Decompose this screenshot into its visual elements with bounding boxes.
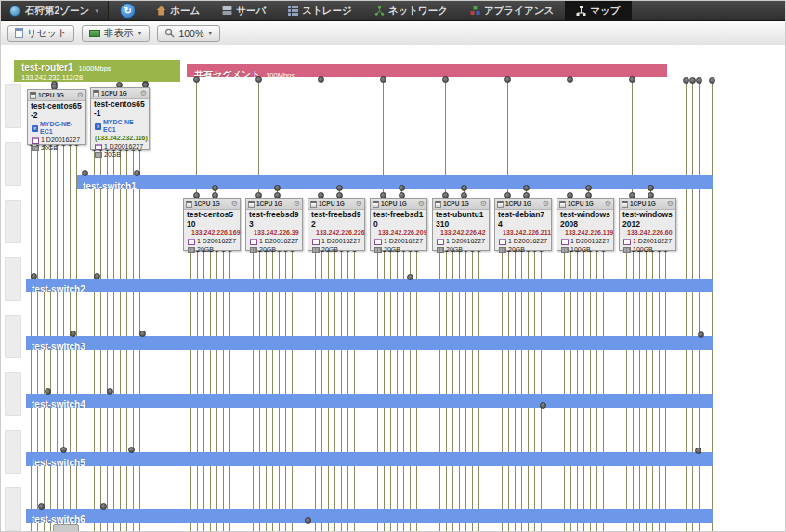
- storage-size-icon: [32, 146, 39, 151]
- server-node-header: 1CPU 1G⚙: [620, 199, 675, 210]
- server-node-header: 1CPU 1G⚙: [495, 199, 551, 210]
- segment-name: 共有セグメント: [194, 70, 260, 77]
- router-name: test-router1: [21, 62, 73, 72]
- server-spec-badge: 1CPU 1G: [256, 201, 292, 207]
- nic-link[interactable]: MYDC-NE-EC1: [103, 119, 146, 134]
- server-node[interactable]: 1CPU 1G⚙test-freebsd93133.242.226.391 D2…: [245, 198, 303, 251]
- disk-id: 1 D20016227: [321, 238, 360, 245]
- switch-bar[interactable]: test-switch4: [26, 394, 713, 408]
- server-node[interactable]: 1CPU 1G⚙test-centos65-2✕MYDC-NE-EC11 D20…: [27, 89, 86, 145]
- switch-bar[interactable]: test-switch1: [77, 175, 713, 189]
- network-map-canvas[interactable]: test-router11000Mbps133.242.232.112/28共有…: [1, 45, 786, 532]
- home-icon: [156, 6, 166, 16]
- network-cable: [315, 251, 316, 532]
- reset-button[interactable]: リセット: [7, 25, 74, 42]
- nav-item-map[interactable]: マップ: [565, 1, 631, 20]
- server-spec-badge: 1CPU 1G: [194, 201, 229, 207]
- server-ip: 133.242.226.226: [308, 228, 364, 237]
- gear-icon[interactable]: ⚙: [231, 201, 238, 208]
- port-dot: [442, 76, 449, 83]
- gear-icon[interactable]: ⚙: [77, 92, 84, 99]
- switch-bar[interactable]: test-switch3: [26, 336, 713, 350]
- storage-size-icon: [188, 247, 195, 253]
- server-node[interactable]: 1CPU 1G⚙test-ubuntu1310133.242.226.421 D…: [432, 198, 490, 251]
- zoom-select-button[interactable]: 100% ▼: [157, 25, 220, 42]
- network-cable: [472, 251, 473, 532]
- server-node[interactable]: 1CPU 1G⚙test-windows2012133.242.226.601 …: [619, 198, 676, 251]
- server-node[interactable]: 1CPU 1G⚙test-windows2008133.242.226.1191…: [557, 198, 614, 251]
- switch-bar[interactable]: test-switch6: [26, 509, 713, 523]
- server-ip: 133.242.226.39: [246, 228, 302, 237]
- gear-icon[interactable]: ⚙: [294, 201, 300, 208]
- gear-icon[interactable]: ⚙: [543, 201, 549, 208]
- offscreen-node: [5, 257, 21, 301]
- map-toolbar: リセット 非表示 ▼ 100% ▼: [1, 21, 786, 45]
- disk-icon: [32, 137, 39, 144]
- server-node[interactable]: 1CPU 1G⚙test-debian74133.242.226.2111 D2…: [494, 198, 552, 251]
- zone-selector[interactable]: 石狩第2ゾーン ▼: [1, 1, 109, 20]
- server-node[interactable]: 1CPU 1G⚙test-centos510133.242.226.1691 D…: [183, 198, 241, 251]
- display-toggle-button[interactable]: 非表示 ▼: [82, 25, 150, 42]
- offscreen-node: [5, 142, 21, 186]
- network-cable: [528, 251, 529, 532]
- disk-size: 20GB: [197, 246, 214, 253]
- switch-name: test-switch4: [32, 399, 85, 408]
- port-dot: [100, 503, 107, 510]
- refresh-button[interactable]: ↻: [120, 3, 136, 19]
- port-dot: [648, 185, 654, 191]
- zone-label: 石狩第2ゾーン: [25, 5, 89, 18]
- port-dot: [709, 77, 715, 84]
- storage-size-icon: [437, 247, 444, 253]
- storage-size-icon: [561, 247, 569, 253]
- switch-name: test-switch2: [32, 284, 85, 292]
- nav-item-server[interactable]: サーバ: [211, 1, 277, 20]
- network-cable: [197, 251, 198, 532]
- server-name: test-ubuntu1310: [433, 210, 489, 228]
- nav-item-appliance[interactable]: アプライアンス: [459, 1, 565, 20]
- port-dot: [407, 274, 413, 280]
- chevron-down-icon: ▼: [137, 31, 142, 36]
- switch-bar[interactable]: test-switch5: [26, 452, 713, 466]
- server-node[interactable]: 1CPU 1G⚙test-freebsd10133.242.226.2091 D…: [370, 198, 427, 251]
- nav-item-network[interactable]: ネットワーク: [363, 1, 459, 20]
- switch-name: test-switch1: [83, 181, 137, 189]
- disk-size: 20GB: [508, 246, 525, 253]
- gear-icon[interactable]: ⚙: [418, 201, 425, 208]
- gear-icon[interactable]: ⚙: [480, 201, 487, 208]
- disk-size: 20GB: [41, 145, 58, 152]
- gear-icon[interactable]: ⚙: [667, 201, 674, 208]
- network-cable: [328, 251, 329, 532]
- network-cable: [259, 251, 260, 532]
- server-node[interactable]: 1CPU 1G⚙test-freebsd92133.242.226.2261 D…: [308, 198, 365, 251]
- nav-item-home[interactable]: ホーム: [145, 1, 211, 20]
- server-node[interactable]: 1CPU 1G⚙test-centos65-1✕MYDC-NE-EC1(133.…: [90, 87, 150, 150]
- gear-icon[interactable]: ⚙: [140, 90, 147, 97]
- zoom-level-label: 100%: [178, 28, 203, 39]
- disk-icon: [437, 239, 444, 245]
- port-dot: [540, 402, 546, 409]
- server-spec-badge: 1CPU 1G: [505, 201, 541, 207]
- nav-item-storage[interactable]: ストレージ: [277, 1, 362, 20]
- server-node-header: 1CPU 1G⚙: [557, 199, 613, 210]
- shared-segment-bar[interactable]: 共有セグメント100Mbps: [187, 64, 667, 77]
- port-dot: [698, 331, 704, 338]
- gear-icon[interactable]: ⚙: [605, 201, 611, 208]
- disk-icon: [250, 239, 257, 245]
- network-cable: [583, 251, 584, 532]
- port-dot: [255, 76, 262, 83]
- disk-id: 1 D20016227: [633, 238, 672, 245]
- disk-id: 1 D20016227: [197, 238, 236, 245]
- network-cable: [564, 251, 565, 532]
- server-ip: 133.242.226.42: [433, 228, 489, 237]
- segment-bandwidth: 100Mbps: [266, 71, 295, 77]
- switch-bar[interactable]: test-switch2: [26, 279, 713, 292]
- network-cable: [515, 251, 516, 532]
- network-cable: [633, 251, 634, 532]
- network-cable: [639, 251, 640, 532]
- nic-link[interactable]: MYDC-NE-EC1: [40, 121, 83, 136]
- router-bar[interactable]: test-router11000Mbps133.242.232.112/28: [14, 60, 180, 82]
- network-cable: [596, 251, 597, 532]
- network-cable: [354, 251, 355, 532]
- network-cable: [603, 251, 604, 532]
- gear-icon[interactable]: ⚙: [356, 201, 362, 208]
